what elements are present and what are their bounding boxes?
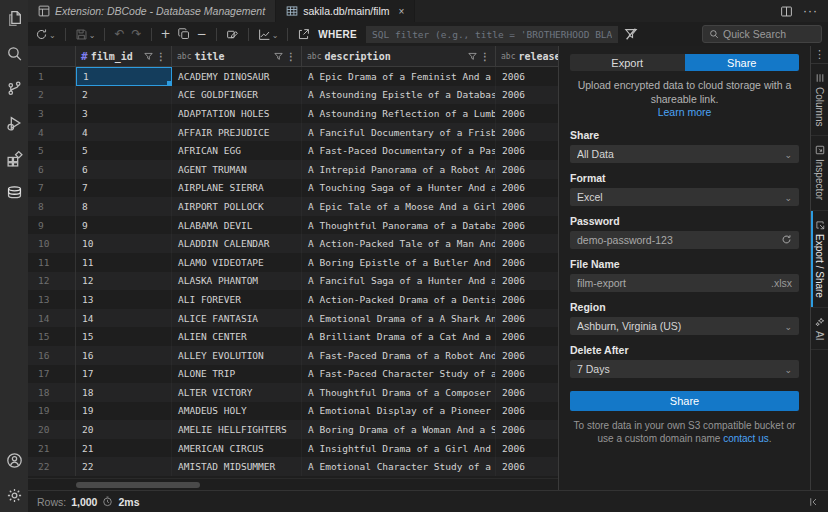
data-cell[interactable]: ALICE FANTASIA	[172, 309, 302, 328]
column-menu-icon[interactable]: ⋮	[156, 51, 166, 62]
data-cell[interactable]: AMADEUS HOLY	[172, 402, 302, 421]
search-icon[interactable]	[5, 44, 23, 62]
data-cell[interactable]: AGENT TRUMAN	[172, 160, 302, 179]
data-cell[interactable]: 4	[76, 123, 172, 142]
data-cell[interactable]: 2006	[496, 402, 558, 421]
data-cell[interactable]: 2006	[496, 197, 558, 216]
data-cell[interactable]: 3	[76, 104, 172, 123]
data-cell[interactable]: 22	[76, 457, 172, 476]
data-cell[interactable]: 18	[76, 383, 172, 402]
data-cell[interactable]: ALASKA PHANTOM	[172, 272, 302, 291]
data-cell[interactable]: 2006	[496, 123, 558, 142]
contact-us-link[interactable]: contact us	[723, 433, 769, 444]
data-cell[interactable]: ALTER VICTORY	[172, 383, 302, 402]
data-cell[interactable]: 11	[76, 253, 172, 272]
format-select[interactable]: Excel ⌄	[570, 188, 799, 206]
data-cell[interactable]: A Fast-Paced Drama of a Robot And …	[302, 346, 496, 365]
add-row-button[interactable]: +	[160, 27, 172, 41]
data-cell[interactable]: 16	[76, 346, 172, 365]
extensions-icon[interactable]	[5, 149, 23, 167]
data-cell[interactable]: AIRPORT POLLOCK	[172, 197, 302, 216]
data-cell[interactable]: A Action-Packed Tale of a Man And …	[302, 234, 496, 253]
data-cell[interactable]: AFRICAN EGG	[172, 141, 302, 160]
data-cell[interactable]: 21	[76, 439, 172, 458]
data-cell[interactable]: A Fast-Paced Documentary of a Past…	[302, 141, 496, 160]
column-header-description[interactable]: abc description ⋮	[302, 46, 496, 66]
tab-sakila-film[interactable]: sakila.db/main/film ×	[276, 0, 415, 22]
data-cell[interactable]: 2006	[496, 141, 558, 160]
redo-button[interactable]: ↷	[130, 27, 142, 41]
column-header-film-id[interactable]: # film_id ⋮	[76, 46, 172, 66]
column-menu-icon[interactable]: ⋮	[286, 51, 296, 62]
filter-funnel-icon[interactable]	[144, 52, 153, 61]
data-cell[interactable]: A Astounding Epistle of a Database…	[302, 86, 496, 105]
data-cell[interactable]: 2006	[496, 383, 558, 402]
save-button[interactable]: ⌄	[74, 27, 97, 42]
database-icon[interactable]	[5, 184, 23, 202]
explorer-icon[interactable]	[5, 9, 23, 27]
data-cell[interactable]: 2006	[496, 309, 558, 328]
data-cell[interactable]: 2006	[496, 346, 558, 365]
data-cell[interactable]: AIRPLANE SIERRA	[172, 179, 302, 198]
data-cell[interactable]: 2006	[496, 67, 558, 86]
data-cell[interactable]: 2006	[496, 104, 558, 123]
export-tab[interactable]: Export	[570, 54, 685, 71]
data-cell[interactable]: ACADEMY DINOSAUR	[172, 67, 302, 86]
data-cell[interactable]: A Fast-Paced Character Study of a …	[302, 365, 496, 384]
data-cell[interactable]: ALIEN CENTER	[172, 327, 302, 346]
data-cell[interactable]: 12	[76, 272, 172, 291]
data-cell[interactable]: AFFAIR PREJUDICE	[172, 123, 302, 142]
data-cell[interactable]: 2006	[496, 253, 558, 272]
data-cell[interactable]: 2006	[496, 457, 558, 476]
data-cell[interactable]: 2006	[496, 439, 558, 458]
undo-button[interactable]: ↶	[113, 27, 125, 41]
sql-filter-input[interactable]	[366, 26, 618, 43]
export-share-button[interactable]	[296, 27, 311, 42]
column-header-release-year[interactable]: abc release_	[496, 46, 558, 66]
data-cell[interactable]: AMISTAD MIDSUMMER	[172, 457, 302, 476]
data-cell[interactable]: 15	[76, 327, 172, 346]
data-cell[interactable]: 2	[76, 86, 172, 105]
data-cell[interactable]: 2006	[496, 86, 558, 105]
data-cell[interactable]: ALADDIN CALENDAR	[172, 234, 302, 253]
data-cell[interactable]: 13	[76, 290, 172, 309]
data-cell[interactable]: 2006	[496, 160, 558, 179]
duplicate-row-button[interactable]	[177, 27, 191, 41]
run-debug-icon[interactable]	[5, 114, 23, 132]
regenerate-password-icon[interactable]	[781, 234, 792, 245]
password-input[interactable]	[577, 234, 776, 246]
data-cell[interactable]: 2006	[496, 272, 558, 291]
data-cell[interactable]: A Thoughtful Panorama of a Databas…	[302, 216, 496, 235]
share-tab[interactable]: Share	[685, 54, 800, 71]
data-cell[interactable]: A Touching Saga of a Hunter And a …	[302, 179, 496, 198]
data-cell[interactable]: 2006	[496, 420, 558, 439]
region-select[interactable]: Ashburn, Virginia (US) ⌄	[570, 317, 799, 335]
data-cell[interactable]: ALI FOREVER	[172, 290, 302, 309]
data-cell[interactable]: A Insightful Drama of a Girl And a…	[302, 439, 496, 458]
data-cell[interactable]: 8	[76, 197, 172, 216]
share-scope-select[interactable]: All Data ⌄	[570, 145, 799, 163]
filter-funnel-icon[interactable]	[468, 52, 477, 61]
tab-extension-dbcode[interactable]: Extension: DBCode - Database Management	[28, 0, 276, 22]
accounts-icon[interactable]	[5, 451, 23, 469]
settings-gear-icon[interactable]	[5, 486, 23, 504]
data-cell[interactable]: A Emotional Display of a Pioneer A…	[302, 402, 496, 421]
data-cell[interactable]: A Epic Drama of a Feminist And a M…	[302, 67, 496, 86]
data-cell[interactable]: 2006	[496, 365, 558, 384]
side-tab-export-share[interactable]: Export / Share	[811, 211, 828, 308]
data-cell[interactable]: ACE GOLDFINGER	[172, 86, 302, 105]
data-cell[interactable]: 2006	[496, 327, 558, 346]
quick-search-box[interactable]	[702, 25, 822, 43]
file-name-input[interactable]	[577, 277, 766, 289]
data-cell[interactable]: 6	[76, 160, 172, 179]
data-cell[interactable]: 2006	[496, 216, 558, 235]
data-cell[interactable]: 10	[76, 234, 172, 253]
data-cell[interactable]: 1	[76, 67, 172, 86]
column-menu-icon[interactable]: ⋮	[480, 51, 490, 62]
panel-more-actions-icon[interactable]: ⋮	[811, 46, 828, 64]
side-tab-inspector[interactable]: Inspector	[811, 136, 828, 210]
data-cell[interactable]: A Intrepid Panorama of a Robot And…	[302, 160, 496, 179]
data-cell[interactable]: A Epic Tale of a Moose And a Girl …	[302, 197, 496, 216]
data-cell[interactable]: ALABAMA DEVIL	[172, 216, 302, 235]
data-cell[interactable]: 5	[76, 141, 172, 160]
